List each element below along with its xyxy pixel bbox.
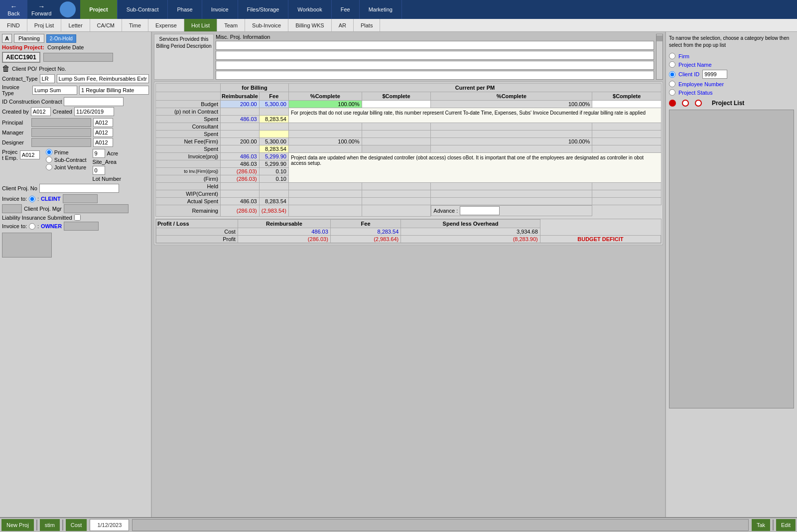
as-pct2[interactable] bbox=[431, 198, 592, 205]
contract-type-desc[interactable] bbox=[57, 74, 149, 83]
budget-fee[interactable]: 5,300.00 bbox=[259, 101, 288, 108]
tak-button[interactable]: Tak bbox=[752, 519, 770, 531]
budget-dollar2[interactable] bbox=[592, 101, 662, 108]
billing-rate-input[interactable] bbox=[79, 86, 149, 95]
client-mgr-box1[interactable] bbox=[2, 204, 22, 213]
designer-gray-input[interactable] bbox=[31, 138, 91, 147]
net-fee-dollar2[interactable] bbox=[592, 138, 662, 145]
wip-dollar2[interactable] bbox=[592, 190, 662, 198]
c-pct[interactable] bbox=[288, 131, 362, 138]
consultant-pct2[interactable] bbox=[431, 123, 592, 131]
ca-cm-button[interactable]: CA/CM bbox=[90, 19, 122, 31]
designer-code[interactable] bbox=[93, 138, 113, 147]
sub-invoice-button[interactable]: Sub-Invoice bbox=[245, 19, 288, 31]
prime-radio[interactable] bbox=[46, 149, 52, 155]
sub-contract-radio[interactable] bbox=[46, 156, 52, 163]
invoice-to2-gray[interactable] bbox=[64, 222, 99, 231]
project-emp-code[interactable] bbox=[20, 150, 40, 159]
acre-input[interactable] bbox=[93, 149, 105, 158]
held-dollar2[interactable] bbox=[592, 183, 662, 190]
billing-wks-button[interactable]: Billing WKS bbox=[288, 19, 331, 31]
budget-dollar[interactable] bbox=[362, 101, 431, 108]
contract-type-code[interactable] bbox=[40, 74, 55, 83]
plats-button[interactable]: Plats bbox=[354, 19, 380, 31]
misc-input-2[interactable] bbox=[216, 51, 654, 60]
find-button[interactable]: FIND bbox=[0, 19, 27, 31]
rem-dollar[interactable] bbox=[362, 205, 431, 217]
expense-button[interactable]: Expense bbox=[148, 19, 184, 31]
consultant-pct[interactable] bbox=[288, 123, 362, 131]
manager-code[interactable] bbox=[93, 128, 113, 137]
back-button[interactable]: ← Back bbox=[0, 0, 27, 19]
joint-venture-radio[interactable] bbox=[46, 164, 52, 170]
wip-fee[interactable] bbox=[259, 190, 288, 198]
invoice-to2-radio[interactable] bbox=[29, 223, 35, 230]
client-id-value[interactable] bbox=[702, 70, 727, 79]
as-pct[interactable] bbox=[288, 198, 362, 205]
invoice-to-radio[interactable] bbox=[29, 196, 35, 202]
tab-fee[interactable]: Fee bbox=[332, 0, 360, 19]
held-pct[interactable] bbox=[288, 183, 362, 190]
rem-pct[interactable] bbox=[288, 205, 362, 217]
consultant-fee[interactable] bbox=[259, 123, 288, 131]
c-dollar[interactable] bbox=[362, 131, 431, 138]
p-not-fee[interactable] bbox=[259, 108, 288, 116]
cost-button[interactable]: Cost bbox=[66, 519, 87, 531]
principal-code[interactable] bbox=[93, 118, 113, 127]
as-dollar2[interactable] bbox=[592, 198, 662, 205]
project-status-radio[interactable] bbox=[669, 89, 675, 96]
wip-pct2[interactable] bbox=[431, 190, 592, 198]
budget-pct[interactable]: 100.00% bbox=[288, 101, 362, 108]
misc-input-3[interactable] bbox=[216, 61, 654, 70]
tab-sub-contract[interactable]: Sub-Contract bbox=[118, 0, 168, 19]
radio-empty-2[interactable] bbox=[682, 100, 689, 107]
tab-files-storage[interactable]: Files/Storage bbox=[238, 0, 289, 19]
wip-pct[interactable] bbox=[288, 190, 362, 198]
scroll-bar[interactable] bbox=[656, 34, 663, 80]
client-id-radio[interactable] bbox=[669, 71, 675, 78]
tab-workbook[interactable]: Workbook bbox=[288, 0, 331, 19]
project-id-gray-field[interactable] bbox=[43, 53, 113, 62]
letter-button[interactable]: Letter bbox=[61, 19, 90, 31]
edit-button[interactable]: Edit bbox=[776, 519, 796, 531]
nfs-reimb[interactable] bbox=[221, 145, 260, 153]
budget-pct2[interactable]: 100.00% bbox=[431, 101, 592, 108]
invoice-type-input[interactable] bbox=[32, 86, 77, 95]
forward-button[interactable]: → Forward bbox=[27, 0, 55, 19]
project-list-area[interactable] bbox=[669, 110, 794, 408]
held-fee[interactable] bbox=[259, 183, 288, 190]
hot-list-button[interactable]: Hot List bbox=[184, 19, 217, 31]
p-not-reimb[interactable] bbox=[221, 108, 260, 116]
radio-filled-1[interactable] bbox=[669, 100, 676, 107]
lot-number-input[interactable] bbox=[93, 166, 105, 175]
held-reimb[interactable] bbox=[221, 183, 260, 190]
consultant-spent-fee[interactable] bbox=[259, 131, 288, 138]
created-by-input[interactable] bbox=[31, 107, 51, 116]
client-proj-mgr-input[interactable] bbox=[64, 204, 129, 213]
invoice-to-gray[interactable] bbox=[63, 194, 98, 203]
liability-checkbox[interactable] bbox=[74, 214, 81, 221]
c-dollar2[interactable] bbox=[592, 131, 662, 138]
principal-gray-input[interactable] bbox=[31, 118, 91, 127]
employee-number-radio[interactable] bbox=[669, 81, 675, 87]
time-button[interactable]: Time bbox=[122, 19, 148, 31]
budget-reimb[interactable]: 200.00 bbox=[221, 101, 260, 108]
tab-marketing[interactable]: Marketing bbox=[360, 0, 402, 19]
client-proj-no-input[interactable] bbox=[39, 184, 119, 193]
advance-input[interactable] bbox=[460, 206, 500, 215]
new-proj-button[interactable]: New Proj bbox=[1, 519, 34, 531]
ar-button[interactable]: AR bbox=[332, 19, 354, 31]
as-dollar[interactable] bbox=[362, 198, 431, 205]
nfs-dollar[interactable] bbox=[362, 145, 431, 153]
consultant-reimb[interactable] bbox=[221, 123, 260, 131]
misc-input-4[interactable] bbox=[216, 71, 654, 80]
wip-dollar[interactable] bbox=[362, 190, 431, 198]
consultant-dollar2[interactable] bbox=[592, 123, 662, 131]
manager-gray-input[interactable] bbox=[31, 128, 91, 137]
proj-list-button[interactable]: Proj List bbox=[27, 19, 62, 31]
radio-empty-3[interactable] bbox=[695, 100, 702, 107]
wip-reimb[interactable] bbox=[221, 190, 260, 198]
created-date-input[interactable] bbox=[74, 107, 114, 116]
tab-invoice[interactable]: Invoice bbox=[202, 0, 238, 19]
team-button[interactable]: Team bbox=[217, 19, 245, 31]
